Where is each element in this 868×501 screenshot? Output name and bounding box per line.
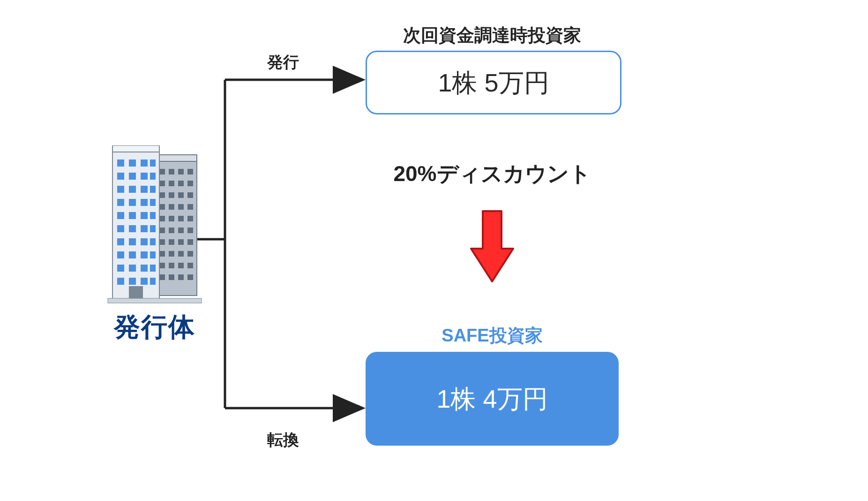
svg-rect-67 xyxy=(150,212,156,219)
svg-rect-11 xyxy=(169,181,174,186)
svg-rect-36 xyxy=(178,251,184,257)
svg-rect-61 xyxy=(129,199,136,206)
svg-rect-38 xyxy=(159,263,165,268)
svg-rect-63 xyxy=(150,199,156,206)
svg-rect-80 xyxy=(117,265,124,272)
svg-rect-48 xyxy=(117,159,124,167)
next-round-price-box: 1株 5万円 xyxy=(366,51,621,114)
svg-rect-77 xyxy=(129,251,136,258)
issuer-label: 発行体 xyxy=(89,310,220,345)
down-arrow-icon xyxy=(469,206,516,286)
svg-rect-88 xyxy=(129,286,143,299)
svg-rect-12 xyxy=(178,181,184,186)
svg-rect-15 xyxy=(169,192,174,198)
svg-rect-14 xyxy=(159,192,165,198)
svg-rect-81 xyxy=(129,265,136,272)
svg-rect-71 xyxy=(150,225,156,232)
svg-rect-39 xyxy=(169,263,174,268)
svg-rect-5 xyxy=(155,155,197,161)
svg-rect-21 xyxy=(187,204,193,210)
svg-rect-29 xyxy=(187,228,193,233)
svg-rect-10 xyxy=(159,181,165,186)
svg-rect-45 xyxy=(187,274,193,280)
svg-rect-84 xyxy=(117,278,124,285)
svg-rect-22 xyxy=(159,216,165,221)
svg-rect-54 xyxy=(141,173,148,180)
svg-rect-40 xyxy=(178,263,184,268)
svg-rect-44 xyxy=(178,274,184,280)
svg-rect-25 xyxy=(187,216,193,221)
discount-label: 20%ディスカウント xyxy=(366,159,619,189)
svg-rect-26 xyxy=(159,228,165,233)
svg-rect-76 xyxy=(117,251,124,258)
svg-rect-72 xyxy=(117,238,124,245)
issuer-block: 発行体 xyxy=(89,145,220,345)
svg-rect-75 xyxy=(150,238,156,245)
svg-rect-37 xyxy=(187,251,193,257)
svg-rect-55 xyxy=(150,173,156,180)
svg-rect-23 xyxy=(169,216,174,221)
svg-rect-19 xyxy=(169,204,174,210)
svg-rect-68 xyxy=(117,225,124,232)
building-icon xyxy=(103,145,206,305)
svg-rect-58 xyxy=(141,186,148,193)
svg-rect-52 xyxy=(117,173,124,180)
svg-rect-74 xyxy=(141,238,148,245)
svg-rect-73 xyxy=(129,238,136,245)
svg-rect-64 xyxy=(117,212,124,219)
svg-rect-53 xyxy=(129,173,136,180)
issue-arrow-label: 発行 xyxy=(267,52,299,73)
svg-rect-7 xyxy=(169,169,174,175)
svg-rect-32 xyxy=(178,239,184,245)
svg-rect-69 xyxy=(129,225,136,232)
svg-rect-27 xyxy=(169,228,174,233)
svg-rect-9 xyxy=(187,169,193,175)
svg-rect-70 xyxy=(141,225,148,232)
svg-rect-65 xyxy=(129,212,136,219)
svg-rect-60 xyxy=(117,199,124,206)
svg-rect-16 xyxy=(178,192,184,198)
svg-rect-13 xyxy=(187,181,193,186)
next-round-investor-heading: 次回資金調達時投資家 xyxy=(366,23,619,47)
safe-investor-heading: SAFE投資家 xyxy=(366,324,619,348)
svg-rect-87 xyxy=(150,278,156,285)
safe-price-box: 1株 4万円 xyxy=(366,352,619,446)
svg-rect-57 xyxy=(129,186,136,193)
svg-rect-47 xyxy=(112,145,159,152)
svg-rect-59 xyxy=(150,186,156,193)
svg-rect-30 xyxy=(159,239,165,245)
svg-rect-35 xyxy=(169,251,174,257)
svg-rect-85 xyxy=(129,278,136,285)
svg-rect-6 xyxy=(159,169,165,175)
svg-rect-66 xyxy=(141,212,148,219)
svg-rect-33 xyxy=(187,239,193,245)
svg-rect-56 xyxy=(117,186,124,193)
svg-rect-86 xyxy=(141,278,148,285)
svg-rect-31 xyxy=(169,239,174,245)
svg-rect-51 xyxy=(150,159,156,167)
convert-arrow-label: 転換 xyxy=(267,429,299,451)
svg-rect-24 xyxy=(178,216,184,221)
svg-rect-49 xyxy=(129,159,136,167)
svg-rect-79 xyxy=(150,251,156,258)
svg-rect-18 xyxy=(159,204,165,210)
svg-rect-28 xyxy=(178,228,184,233)
diagram-canvas: 発行体 発行 転換 次回資金調達時投資家 1株 5万円 20%ディスカウント S… xyxy=(0,0,868,501)
svg-rect-89 xyxy=(108,298,202,303)
svg-rect-34 xyxy=(159,251,165,257)
svg-rect-8 xyxy=(178,169,184,175)
svg-rect-62 xyxy=(141,199,148,206)
svg-rect-17 xyxy=(187,192,193,198)
svg-rect-50 xyxy=(141,159,148,167)
svg-rect-43 xyxy=(169,274,174,280)
svg-rect-20 xyxy=(178,204,184,210)
svg-rect-41 xyxy=(187,263,193,268)
svg-rect-42 xyxy=(159,274,165,280)
svg-rect-83 xyxy=(150,265,156,272)
svg-rect-78 xyxy=(141,251,148,258)
svg-rect-82 xyxy=(141,265,148,272)
